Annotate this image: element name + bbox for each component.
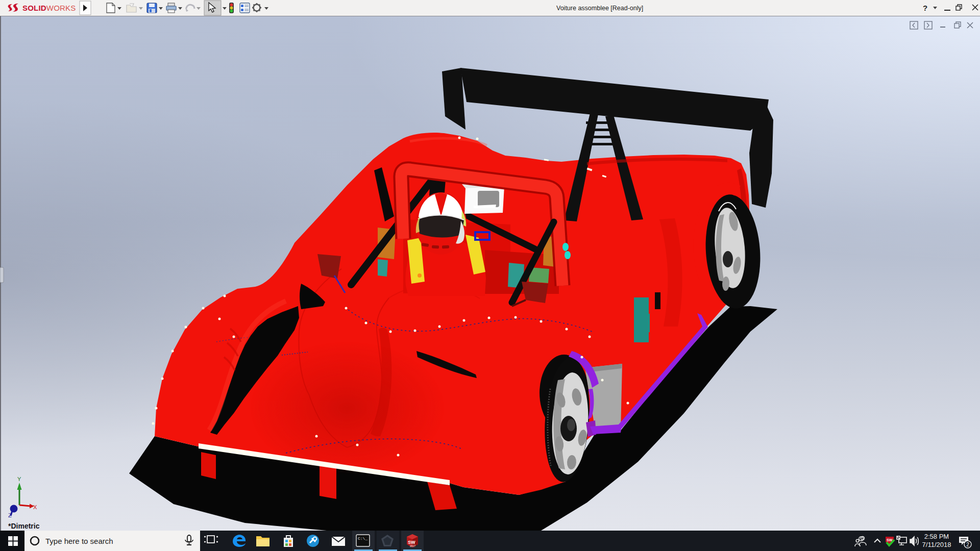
svg-text:2:58 PM: 2:58 PM	[924, 533, 949, 540]
svg-text:Type here to search: Type here to search	[45, 537, 113, 545]
svg-text:?: ?	[923, 4, 927, 12]
svg-text:2017: 2017	[410, 544, 415, 547]
svg-text:7/11/2018: 7/11/2018	[922, 541, 951, 548]
svg-text:C:\_: C:\_	[358, 536, 368, 541]
svg-text:SOLIDWORKS: SOLIDWORKS	[22, 4, 76, 12]
svg-text:2: 2	[966, 542, 969, 547]
